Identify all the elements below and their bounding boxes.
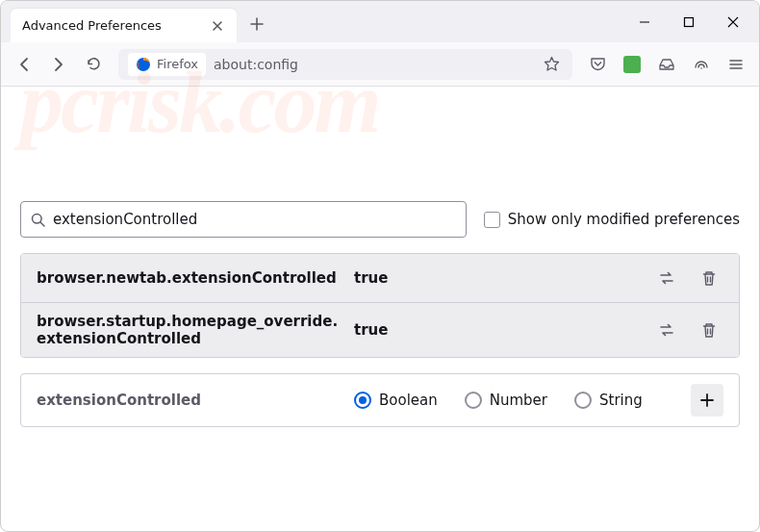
pocket-icon[interactable]	[582, 49, 613, 80]
search-row: Show only modified preferences	[20, 201, 740, 238]
show-modified-checkbox[interactable]: Show only modified preferences	[484, 211, 740, 228]
radio-label: Number	[490, 392, 547, 409]
add-button[interactable]	[691, 384, 723, 417]
reader-icon[interactable]	[686, 49, 717, 80]
url-text: about:config	[214, 57, 532, 72]
preference-list: browser.newtab.extensionControlled true …	[20, 253, 740, 358]
identity-label: Firefox	[157, 57, 198, 71]
search-box[interactable]	[20, 201, 467, 238]
toggle-button[interactable]	[652, 264, 681, 292]
menu-button[interactable]	[721, 49, 751, 80]
toggle-button[interactable]	[652, 316, 681, 344]
site-identity[interactable]: Firefox	[128, 53, 206, 76]
preference-value: true	[354, 269, 652, 287]
active-tab[interactable]: Advanced Preferences	[11, 9, 237, 42]
add-preference-row: extensionControlled Boolean Number Strin…	[20, 373, 740, 427]
delete-button[interactable]	[695, 264, 723, 292]
delete-button[interactable]	[695, 316, 723, 344]
url-bar[interactable]: Firefox about:config	[118, 49, 572, 80]
new-preference-name: extensionControlled	[37, 392, 354, 409]
minimize-button[interactable]	[622, 7, 667, 38]
search-icon	[31, 213, 45, 227]
tab-title: Advanced Preferences	[22, 18, 210, 33]
radio-icon	[465, 392, 482, 409]
extension-icon[interactable]	[617, 49, 647, 80]
radio-icon	[574, 392, 592, 409]
preference-value: true	[354, 321, 652, 339]
radio-string[interactable]: String	[574, 392, 643, 409]
tab-strip: Advanced Preferences	[11, 1, 622, 42]
bookmark-star-icon[interactable]	[540, 56, 563, 72]
radio-number[interactable]: Number	[465, 392, 547, 409]
titlebar: Advanced Preferences	[1, 1, 759, 42]
back-button[interactable]	[9, 49, 39, 80]
preference-row[interactable]: browser.newtab.extensionControlled true	[21, 254, 739, 302]
search-input[interactable]	[53, 211, 456, 228]
preference-name: browser.newtab.extensionControlled	[37, 269, 354, 287]
about-config-content: pcrisk.com Show only modified preference…	[1, 87, 759, 443]
checkbox-icon	[484, 212, 500, 228]
type-radio-group: Boolean Number String	[354, 392, 691, 409]
close-window-button[interactable]	[711, 7, 755, 38]
navigation-toolbar: Firefox about:config	[1, 42, 759, 87]
preference-row[interactable]: browser.startup.homepage_override.extens…	[21, 302, 739, 357]
radio-label: String	[599, 392, 643, 409]
checkbox-label-text: Show only modified preferences	[508, 211, 740, 228]
new-tab-button[interactable]	[242, 10, 271, 38]
radio-icon	[354, 392, 371, 409]
radio-label: Boolean	[379, 392, 438, 409]
window-controls	[622, 1, 759, 42]
inbox-icon[interactable]	[651, 49, 682, 80]
svg-rect-0	[685, 17, 694, 26]
browser-window: Advanced Preferences	[0, 0, 760, 532]
firefox-icon	[136, 57, 151, 72]
preference-actions	[652, 316, 723, 344]
close-tab-icon[interactable]	[210, 18, 225, 34]
svg-point-2	[700, 67, 702, 69]
maximize-button[interactable]	[667, 7, 711, 38]
forward-button[interactable]	[43, 49, 74, 80]
radio-boolean[interactable]: Boolean	[354, 392, 438, 409]
preference-name: browser.startup.homepage_override.extens…	[37, 313, 354, 347]
reload-button[interactable]	[78, 49, 109, 80]
preference-actions	[652, 264, 723, 292]
